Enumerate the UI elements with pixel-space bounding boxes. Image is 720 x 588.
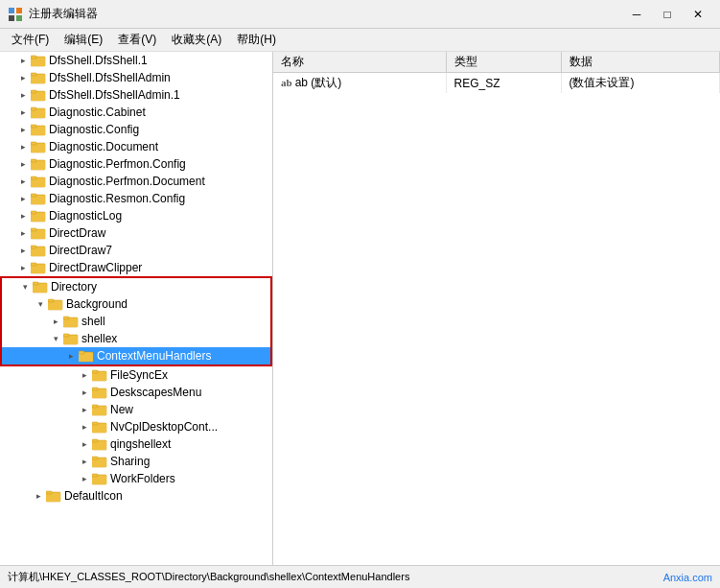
minimize-button[interactable]: ─ bbox=[622, 5, 651, 24]
svg-rect-69 bbox=[92, 422, 98, 425]
svg-rect-48 bbox=[48, 299, 54, 302]
expand-icon[interactable]: ▸ bbox=[15, 228, 31, 238]
expand-icon[interactable]: ▸ bbox=[77, 439, 92, 449]
expand-icon[interactable]: ▾ bbox=[48, 334, 63, 343]
tree-item-dfsshell1[interactable]: ▸ DfsShell.DfsShell.1 bbox=[0, 52, 272, 69]
folder-icon bbox=[31, 54, 46, 67]
tree-item-shell[interactable]: ▸ shell bbox=[2, 313, 270, 330]
tree-pane[interactable]: ▸ DfsShell.DfsShell.1▸ DfsShell.DfsShell… bbox=[0, 52, 273, 565]
menu-item-h[interactable]: 帮助(H) bbox=[229, 30, 284, 50]
tree-item-new[interactable]: ▸ New bbox=[0, 401, 272, 418]
expand-icon[interactable]: ▸ bbox=[63, 351, 79, 361]
svg-rect-23 bbox=[31, 161, 45, 170]
tree-item-dfsshell-admin[interactable]: ▸ DfsShell.DfsShellAdmin bbox=[0, 69, 272, 86]
tree-item-directory[interactable]: ▾ Directory bbox=[2, 278, 270, 295]
tree-item-label: Diagnostic.Document bbox=[49, 140, 158, 153]
expand-icon[interactable]: ▸ bbox=[15, 125, 31, 134]
expand-icon[interactable]: ▸ bbox=[15, 56, 31, 65]
tree-item-contextmenuhandlers[interactable]: ▸ ContextMenuHandlers bbox=[2, 347, 270, 365]
expand-icon[interactable]: ▸ bbox=[77, 405, 92, 414]
menu-item-f[interactable]: 文件(F) bbox=[4, 30, 57, 50]
tree-item-dfsshell-admin1[interactable]: ▸ DfsShell.DfsShellAdmin.1 bbox=[0, 86, 272, 104]
svg-rect-5 bbox=[31, 58, 45, 66]
tree-item-label: Diagnostic.Perfmon.Config bbox=[49, 157, 186, 171]
expand-icon[interactable]: ▸ bbox=[77, 457, 92, 466]
tree-item-label: Diagnostic.Config bbox=[49, 123, 139, 136]
folder-icon bbox=[92, 437, 107, 451]
expand-icon[interactable]: ▸ bbox=[15, 246, 31, 255]
tree-item-label: Diagnostic.Resmon.Config bbox=[49, 192, 185, 205]
expand-icon[interactable]: ▸ bbox=[31, 491, 46, 501]
expand-icon[interactable]: ▸ bbox=[15, 73, 31, 82]
svg-rect-60 bbox=[92, 370, 98, 373]
expand-icon[interactable]: ▸ bbox=[48, 317, 63, 326]
cell-type: REG_SZ bbox=[446, 73, 561, 94]
svg-rect-12 bbox=[31, 90, 36, 93]
svg-rect-20 bbox=[31, 144, 45, 153]
table-row[interactable]: abab (默认)REG_SZ(数值未设置) bbox=[273, 73, 720, 94]
expand-icon[interactable]: ▸ bbox=[77, 422, 92, 432]
menu-item-v[interactable]: 查看(V) bbox=[110, 30, 164, 50]
tree-item-label: Diagnostic.Cabinet bbox=[49, 106, 146, 119]
menu-item-a[interactable]: 收藏夹(A) bbox=[164, 30, 229, 50]
folder-icon bbox=[31, 106, 46, 119]
tree-item-background[interactable]: ▾ Background bbox=[2, 295, 270, 313]
expand-icon[interactable]: ▸ bbox=[77, 474, 92, 483]
expand-icon[interactable]: ▾ bbox=[33, 299, 48, 309]
expand-icon[interactable]: ▾ bbox=[17, 282, 33, 292]
tree-item-label: shellex bbox=[81, 332, 117, 345]
maximize-button[interactable]: □ bbox=[653, 5, 682, 24]
tree-item-directdraw7[interactable]: ▸ DirectDraw7 bbox=[0, 242, 272, 259]
tree-item-diagnostic-resmon-config[interactable]: ▸ Diagnostic.Resmon.Config bbox=[0, 190, 272, 207]
tree-item-nvcpldesktopcontext[interactable]: ▸ NvCplDesktopCont... bbox=[0, 418, 272, 435]
status-bar: 计算机\HKEY_CLASSES_ROOT\Directory\Backgrou… bbox=[0, 565, 720, 588]
tree-item-diagnostic-document[interactable]: ▸ Diagnostic.Document bbox=[0, 138, 272, 155]
close-button[interactable]: ✕ bbox=[684, 5, 712, 24]
tree-item-diagnostic-perfmon-document[interactable]: ▸ Diagnostic.Perfmon.Document bbox=[0, 173, 272, 190]
folder-icon bbox=[63, 315, 79, 328]
tree-item-diagnostic-perfmon-config[interactable]: ▸ Diagnostic.Perfmon.Config bbox=[0, 155, 272, 173]
svg-rect-81 bbox=[46, 491, 52, 494]
tree-item-directdrawclipper[interactable]: ▸ DirectDrawClipper bbox=[0, 259, 272, 276]
tree-item-deskscapesmenu[interactable]: ▸ DeskscapesMenu bbox=[0, 384, 272, 401]
expand-icon[interactable]: ▸ bbox=[77, 388, 92, 397]
folder-icon bbox=[48, 297, 63, 311]
folder-icon bbox=[92, 420, 107, 434]
expand-icon[interactable]: ▸ bbox=[15, 263, 31, 272]
tree-item-diagnosticlog[interactable]: ▸ DiagnosticLog bbox=[0, 207, 272, 224]
expand-icon[interactable]: ▸ bbox=[15, 159, 31, 169]
tree-item-workfolders[interactable]: ▸ WorkFolders bbox=[0, 470, 272, 487]
expand-icon[interactable]: ▸ bbox=[15, 90, 31, 100]
svg-rect-29 bbox=[31, 196, 45, 204]
menu-bar: 文件(F)编辑(E)查看(V)收藏夹(A)帮助(H) bbox=[0, 29, 720, 52]
svg-rect-30 bbox=[31, 194, 36, 197]
expand-icon[interactable]: ▸ bbox=[77, 370, 92, 380]
svg-rect-15 bbox=[31, 107, 36, 110]
tree-item-defaulticon[interactable]: ▸ DefaultIcon bbox=[0, 487, 272, 505]
tree-item-shellex[interactable]: ▾ shellex bbox=[2, 330, 270, 347]
svg-rect-53 bbox=[63, 336, 78, 344]
tree-item-qingshellext[interactable]: ▸ qingshellext bbox=[0, 435, 272, 453]
expand-icon[interactable]: ▸ bbox=[15, 107, 31, 117]
tree-item-label: WorkFolders bbox=[110, 472, 175, 485]
svg-rect-66 bbox=[92, 405, 98, 408]
tree-item-label: DirectDraw bbox=[49, 226, 105, 240]
expand-icon[interactable]: ▸ bbox=[15, 176, 31, 186]
expand-icon[interactable]: ▸ bbox=[15, 194, 31, 203]
folder-icon bbox=[63, 332, 79, 345]
menu-item-e[interactable]: 编辑(E) bbox=[57, 30, 110, 50]
expand-icon[interactable]: ▸ bbox=[15, 211, 31, 221]
tree-item-diagnostic-cabinet[interactable]: ▸ Diagnostic.Cabinet bbox=[0, 104, 272, 121]
svg-rect-11 bbox=[31, 92, 45, 101]
folder-icon bbox=[31, 175, 46, 188]
tree-item-diagnostic-config[interactable]: ▸ Diagnostic.Config bbox=[0, 121, 272, 138]
right-pane[interactable]: 名称 类型 数据 abab (默认)REG_SZ(数值未设置) bbox=[273, 52, 720, 565]
tree-item-label: Diagnostic.Perfmon.Document bbox=[49, 175, 205, 188]
expand-icon[interactable]: ▸ bbox=[15, 142, 31, 152]
tree-item-sharing[interactable]: ▸ Sharing bbox=[0, 453, 272, 470]
svg-rect-42 bbox=[31, 263, 36, 266]
svg-rect-1 bbox=[16, 8, 22, 13]
folder-icon bbox=[92, 386, 107, 399]
tree-item-filesyncex[interactable]: ▸ FileSyncEx bbox=[0, 366, 272, 384]
tree-item-directdraw[interactable]: ▸ DirectDraw bbox=[0, 224, 272, 242]
